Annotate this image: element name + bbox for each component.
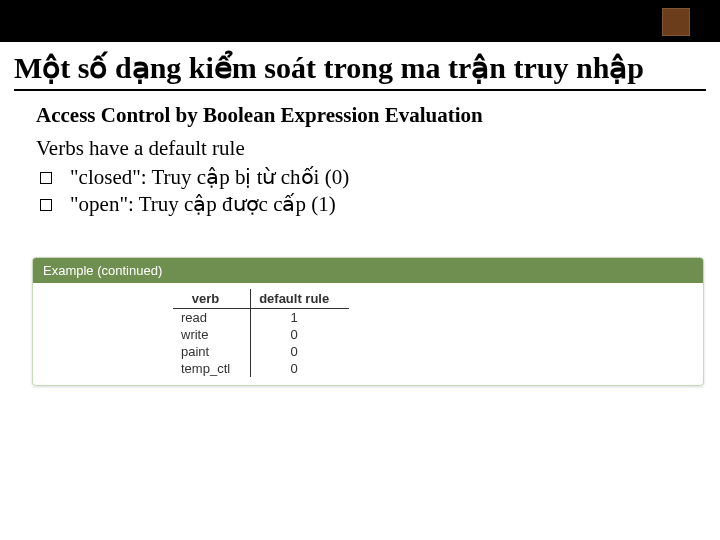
section-heading: Access Control by Boolean Expression Eva… bbox=[36, 103, 720, 128]
bullet-text: "open": Truy cập được cấp (1) bbox=[70, 192, 336, 217]
col-default-rule: default rule bbox=[251, 289, 350, 309]
accent-square bbox=[662, 8, 690, 36]
bullet-item: "open": Truy cập được cấp (1) bbox=[36, 192, 720, 217]
cell-rule: 0 bbox=[251, 360, 350, 377]
cell-verb: write bbox=[173, 326, 251, 343]
cell-rule: 1 bbox=[251, 309, 350, 327]
table-row: write 0 bbox=[173, 326, 349, 343]
slide-title: Một số dạng kiểm soát trong ma trận truy… bbox=[14, 50, 720, 85]
cell-verb: read bbox=[173, 309, 251, 327]
table-row: paint 0 bbox=[173, 343, 349, 360]
square-bullet-icon bbox=[40, 172, 52, 184]
bullet-text: "closed": Truy cập bị từ chối (0) bbox=[70, 165, 349, 190]
bullet-item: "closed": Truy cập bị từ chối (0) bbox=[36, 165, 720, 190]
cell-verb: temp_ctl bbox=[173, 360, 251, 377]
header-bar bbox=[0, 0, 720, 42]
cell-verb: paint bbox=[173, 343, 251, 360]
table-header-row: verb default rule bbox=[173, 289, 349, 309]
rules-table: verb default rule read 1 write 0 paint 0… bbox=[173, 289, 349, 377]
title-underline bbox=[14, 89, 706, 91]
col-verb: verb bbox=[173, 289, 251, 309]
example-panel: Example (continued) verb default rule re… bbox=[32, 257, 704, 386]
square-bullet-icon bbox=[40, 199, 52, 211]
body-line: Verbs have a default rule bbox=[36, 136, 720, 161]
table-row: read 1 bbox=[173, 309, 349, 327]
example-header: Example (continued) bbox=[33, 258, 703, 283]
example-table-wrap: verb default rule read 1 write 0 paint 0… bbox=[33, 283, 703, 385]
cell-rule: 0 bbox=[251, 343, 350, 360]
table-row: temp_ctl 0 bbox=[173, 360, 349, 377]
cell-rule: 0 bbox=[251, 326, 350, 343]
